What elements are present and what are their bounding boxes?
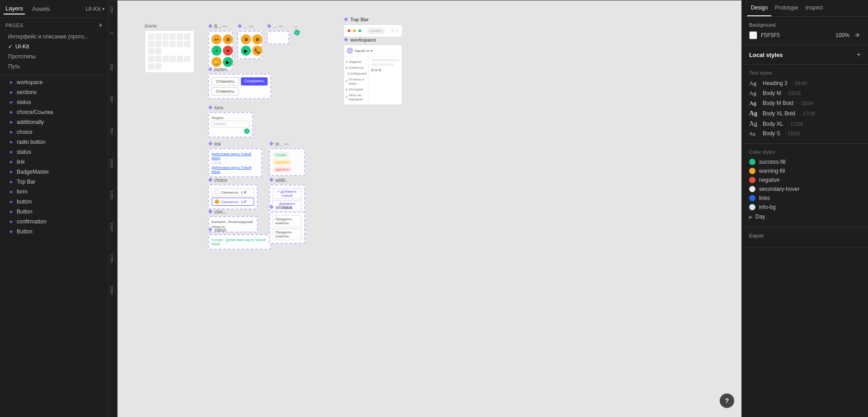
text-style-body-xl-bold[interactable]: Ag Body XL Bold · 17/28 <box>749 108 861 118</box>
component-icon: ❖ <box>9 160 13 165</box>
layer-form[interactable]: ❖ form <box>0 187 108 197</box>
add-page-button[interactable]: + <box>99 22 103 29</box>
chevron-down-icon: ▾ <box>102 6 104 11</box>
color-dot <box>749 177 755 183</box>
pages-section: Pages + Интерфейс и описание (прото... ✓… <box>0 18 108 76</box>
comp-b3[interactable]: ❖ ... ••• <box>267 23 289 44</box>
layers-list: ❖ workspace ❖ sections ❖ status ❖ choice… <box>0 76 108 417</box>
color-style-links[interactable]: links <box>749 194 861 203</box>
background-header: Background <box>749 22 861 28</box>
text-style-body-xl[interactable]: Ag Body XL · 17/28 <box>749 118 861 129</box>
layer-status[interactable]: ❖ status <box>0 97 108 107</box>
comp-status2[interactable]: ❖ status Готово · Дебетовая карта Tinkof… <box>208 227 271 250</box>
page-item-prototypes[interactable]: Прототипы <box>5 52 103 62</box>
ruler-v-mark: 250 <box>109 64 114 71</box>
comp-topbar-label: ❖ Top Bar • tinkfin + <box>344 16 402 37</box>
tab-layers[interactable]: Layers <box>4 3 25 14</box>
icons-frame[interactable]: Icons <box>145 23 194 73</box>
color-dot <box>749 168 755 174</box>
comp-link[interactable]: ❖ link Дебетовая карта Tinkoff Black • 0… <box>208 141 262 177</box>
page-label: Интерфейс и описание (прото... <box>8 33 89 40</box>
text-style-heading3[interactable]: Ag Heading 3 · 36/40 <box>749 78 861 88</box>
layer-workspace[interactable]: ❖ workspace <box>0 77 108 87</box>
comp-workspace[interactable]: ❖ workspace К Какой-то ▾ <box>344 37 402 105</box>
tab-assets[interactable]: Assets <box>30 4 52 14</box>
help-button[interactable]: ? <box>720 393 734 408</box>
text-style-body-m-bold[interactable]: Ag Body M Bold · 15/24 <box>749 98 861 108</box>
ruler-v-mark: 1500 <box>109 222 114 231</box>
layer-link[interactable]: ❖ link <box>0 157 108 167</box>
layer-button-2[interactable]: ❖ Button <box>0 207 108 217</box>
color-dot <box>749 204 755 210</box>
add-style-button[interactable]: + <box>857 51 861 59</box>
style-detail: · 17/28 <box>800 111 815 116</box>
color-style-secondary-hover[interactable]: secondary-hover <box>749 185 861 194</box>
component-icon: ❖ <box>9 219 13 224</box>
comp-b2[interactable]: ❖ ... ••• ⚙ ⚙ ▶ 📞 <box>237 23 262 59</box>
comp-choice[interactable]: ❖ choice Сменился · 0 ₽ Сменился · 0 ₽ <box>208 177 258 209</box>
canvas-area[interactable]: -250 0 250 500 750 1000 1250 1500 1750 2… <box>108 0 741 417</box>
ag-icon: Ag <box>749 109 759 117</box>
component-icon: ❖ <box>9 120 13 125</box>
comp-sections[interactable]: ❖ sections Продукты клиента Продукты кли… <box>269 204 305 244</box>
component-icon: ❖ <box>9 150 13 155</box>
layer-sections[interactable]: ❖ sections <box>0 87 108 97</box>
layer-badge-master[interactable]: ❖ BadgeMaster <box>0 167 108 177</box>
background-color-swatch[interactable] <box>749 31 757 39</box>
color-style-name: warning-fill <box>759 168 785 174</box>
component-icon: ❖ <box>9 199 13 204</box>
component-icon: ❖ <box>9 80 13 85</box>
layer-radio-button[interactable]: ❖ radio button <box>0 137 108 147</box>
comp-status[interactable]: ❖ st... ••• готово принято удалено <box>269 141 305 176</box>
color-group-day[interactable]: ▶ Day <box>749 212 861 222</box>
color-style-info-bg[interactable]: info-bg <box>749 203 861 212</box>
page-item-uikit[interactable]: ✓ UI-Kit <box>5 42 103 52</box>
comp-button[interactable]: ❖ button Отменить Сохранить Отменить <box>208 66 271 99</box>
component-icon: ❖ <box>9 209 13 214</box>
style-detail: · 36/40 <box>792 81 807 86</box>
tab-inspect[interactable]: Inspect <box>802 0 827 16</box>
background-color-value[interactable]: F5F5F5 <box>761 32 832 38</box>
ruler-v-mark: 750 <box>109 127 114 134</box>
layer-confirmation[interactable]: ❖ confirmation <box>0 217 108 227</box>
component-icon: ❖ <box>9 190 13 194</box>
layer-additionally[interactable]: ❖ additionally <box>0 117 108 127</box>
canvas-content: Icons <box>118 0 741 417</box>
text-style-body-m[interactable]: Ag Body M · 15/24 <box>749 88 861 98</box>
layer-choice[interactable]: ❖ choice <box>0 127 108 137</box>
local-styles-section: Local styles + <box>742 45 868 65</box>
ag-icon: Ag <box>749 80 759 87</box>
eye-icon[interactable]: 👁 <box>855 32 861 39</box>
page-label: Прототипы <box>8 53 36 60</box>
ruler-v-mark: 500 <box>109 95 114 102</box>
tab-prototype[interactable]: Prototype <box>771 0 802 16</box>
style-name: Body S <box>763 130 780 137</box>
pages-header: Pages + <box>5 22 103 29</box>
pages-title: Pages <box>5 23 24 28</box>
color-style-success-fill[interactable]: success-fill <box>749 157 861 166</box>
color-style-negative[interactable]: negative <box>749 175 861 185</box>
layer-choice-link[interactable]: ❖ choice/Ссылка <box>0 107 108 117</box>
page-item-interface[interactable]: Интерфейс и описание (прото... <box>5 32 103 42</box>
ag-icon: Ag <box>749 120 759 128</box>
comp-b1[interactable]: ❖ B... ••• ↩ ⚙ ✓ ✕ 🔔 ▶ <box>208 23 233 71</box>
layer-status-2[interactable]: ❖ status <box>0 147 108 157</box>
comp-b4[interactable]: ... ✓ <box>294 23 300 36</box>
tab-ui-kit[interactable]: UI-Kit ▾ <box>86 5 105 12</box>
layer-top-bar[interactable]: ❖ Top Bar <box>0 177 108 187</box>
page-item-path[interactable]: Путь <box>5 62 103 71</box>
component-icon: ❖ <box>9 170 13 175</box>
canvas-viewport[interactable]: Icons <box>118 0 741 417</box>
color-dot <box>749 195 755 201</box>
text-style-body-s[interactable]: Ag Body S · 13/20 <box>749 129 861 138</box>
layer-button-3[interactable]: ❖ Button <box>0 227 108 237</box>
comp-form[interactable]: ❖ form Индекс 236753 ✓ <box>208 104 253 137</box>
export-title: Export <box>749 233 764 238</box>
color-styles-title: Color styles <box>749 149 861 155</box>
export-section: Export <box>742 227 868 248</box>
layer-button[interactable]: ❖ button <box>0 197 108 207</box>
ruler-v-mark: -250 <box>109 5 114 13</box>
color-style-warning-fill[interactable]: warning-fill <box>749 166 861 175</box>
background-opacity[interactable]: 100% <box>835 32 849 38</box>
tab-design[interactable]: Design <box>747 0 771 16</box>
